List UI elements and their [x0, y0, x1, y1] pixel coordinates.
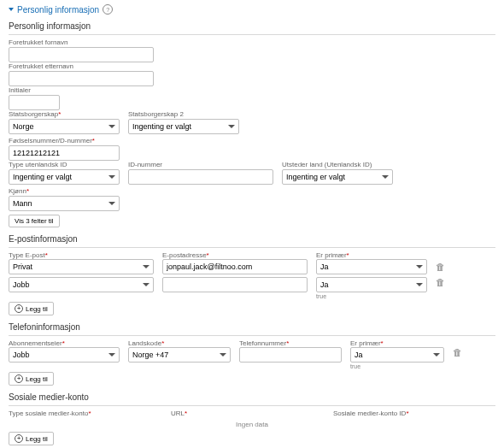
section-personal: Personlig informasjon — [9, 18, 495, 35]
label-initials: Initialer — [9, 86, 495, 94]
phone-cc-select-0[interactable]: Norge +47 — [128, 347, 231, 363]
label-foreign-id-number: ID-nummer — [128, 161, 273, 168]
section-phone: Telefoninformasjon — [9, 319, 495, 336]
ssn-input[interactable] — [9, 145, 120, 161]
col-phone-num: Telefonnummer — [239, 339, 286, 347]
foreign-id-type-select[interactable]: Ingenting er valgt — [9, 169, 120, 185]
email-primary-select-1[interactable]: Ja — [316, 277, 427, 292]
plus-icon: + — [15, 374, 23, 383]
citizenship2-select[interactable]: Ingenting er valgt — [128, 119, 239, 134]
email-primary-hint-1: true — [316, 293, 427, 299]
phone-primary-select-0[interactable]: Ja — [350, 347, 444, 363]
show-more-fields-button[interactable]: Vis 3 felter til — [9, 215, 60, 227]
trash-icon[interactable]: 🗑 — [453, 347, 462, 357]
plus-icon: + — [15, 434, 23, 443]
section-social: Sosiale medier-konto — [9, 389, 495, 406]
col-email-address: E-postadresse — [162, 251, 207, 259]
issuer-country-select[interactable]: Ingenting er valgt — [282, 169, 393, 185]
add-social-button[interactable]: +Legg til — [9, 432, 54, 445]
label-gender: Kjønn — [9, 187, 26, 195]
label-pref-last: Foretrukket etternavn — [9, 62, 495, 70]
foreign-id-number-input[interactable] — [128, 169, 273, 185]
col-social-type: Type sosiale medier-konto — [9, 410, 88, 417]
panel-title: Personlig informasjon — [17, 5, 99, 15]
label-foreign-id-type: Type utenlandsk ID — [9, 161, 120, 168]
label-citizenship: Statsborgerskap — [9, 110, 58, 118]
col-social-id: Sosiale medier-konto ID — [333, 410, 406, 417]
social-no-data: Ingen data — [9, 417, 495, 432]
section-email: E-postinformasjon — [9, 231, 495, 248]
plus-icon: + — [15, 304, 23, 313]
phone-primary-hint-0: true — [350, 363, 444, 369]
initials-input[interactable] — [9, 95, 60, 110]
col-social-url: URL — [171, 410, 185, 417]
phone-sub-select-0[interactable]: Jobb — [9, 347, 120, 363]
add-email-button[interactable]: +Legg til — [9, 302, 54, 315]
label-pref-first: Foretrukket fornavn — [9, 38, 495, 46]
label-issuer-country: Utsteder land (Utenlandsk ID) — [282, 161, 393, 168]
add-phone-button[interactable]: +Legg til — [9, 372, 54, 386]
chevron-down-icon[interactable] — [9, 8, 14, 11]
trash-icon[interactable]: 🗑 — [436, 277, 445, 287]
phone-number-input-0[interactable] — [239, 347, 342, 363]
citizenship-select[interactable]: Norge — [9, 119, 120, 134]
label-citizenship2: Statsborgerskap 2 — [128, 110, 239, 118]
col-email-primary: Er primær — [316, 251, 347, 259]
col-email-type: Type E-post — [9, 251, 45, 259]
col-phone-sub: Abonnementseier — [9, 339, 62, 347]
email-address-input-0[interactable] — [162, 259, 308, 274]
pref-first-input[interactable] — [9, 47, 154, 62]
trash-icon[interactable]: 🗑 — [436, 262, 445, 272]
label-ssn: Fødselsnummer/D-nummer — [9, 137, 92, 144]
gender-select[interactable]: Mann — [9, 196, 120, 211]
col-phone-primary: Er primær — [350, 339, 381, 347]
col-phone-cc: Landskode — [128, 339, 161, 347]
email-type-select-1[interactable]: Jobb — [9, 277, 154, 292]
email-address-input-1[interactable] — [162, 277, 308, 292]
help-icon[interactable]: ? — [103, 4, 113, 15]
pref-last-input[interactable] — [9, 71, 154, 86]
email-type-select-0[interactable]: Privat — [9, 259, 154, 274]
email-primary-select-0[interactable]: Ja — [316, 259, 427, 274]
